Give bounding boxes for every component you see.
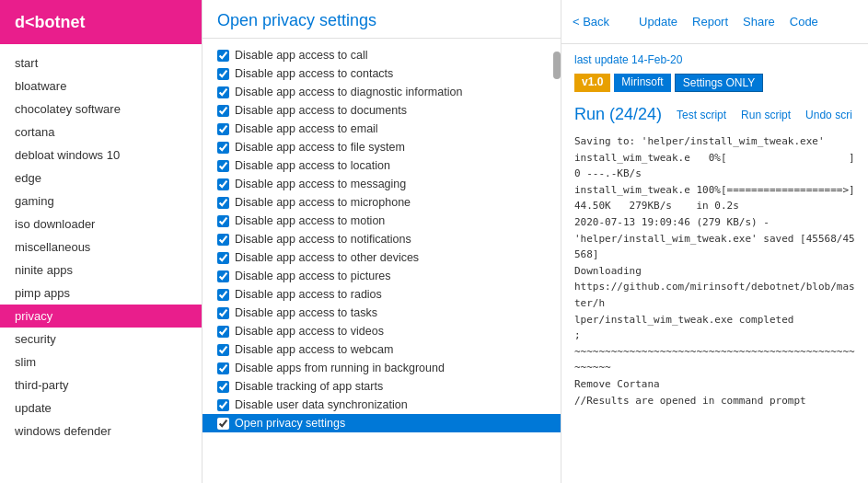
app-title: d<botnet <box>0 0 202 44</box>
sidebar: d<botnet startbloatwarechocolatey softwa… <box>0 0 203 483</box>
setting-checkbox[interactable] <box>217 381 229 393</box>
sidebar-item-edge[interactable]: edge <box>0 167 202 190</box>
setting-checkbox[interactable] <box>217 86 229 98</box>
share-link[interactable]: Share <box>743 15 775 29</box>
setting-item[interactable]: Disable app access to webcam <box>203 340 561 359</box>
report-link[interactable]: Report <box>692 15 728 29</box>
setting-item[interactable]: Disable app access to videos <box>203 322 561 340</box>
setting-item[interactable]: Disable user data synchronization <box>203 396 561 414</box>
setting-checkbox[interactable] <box>217 362 229 374</box>
setting-label: Disable app access to documents <box>235 104 407 117</box>
sidebar-item-ninite-apps[interactable]: ninite apps <box>0 259 202 282</box>
sidebar-item-security[interactable]: security <box>0 328 202 351</box>
main-panel-title: Open privacy settings <box>217 11 546 30</box>
setting-item[interactable]: Disable app access to microphone <box>203 193 561 212</box>
sidebar-item-windows-defender[interactable]: windows defender <box>0 420 202 443</box>
setting-label: Disable app access to call <box>235 49 368 62</box>
setting-item[interactable]: Disable tracking of app starts <box>203 377 561 396</box>
console-line: install_wim_tweak.e 0%[ ] <box>574 150 855 167</box>
setting-item[interactable]: Disable app access to radios <box>203 285 561 304</box>
setting-checkbox[interactable] <box>217 252 229 264</box>
console-line: //Results are opened in command prompt <box>574 393 855 409</box>
setting-checkbox[interactable] <box>217 234 229 246</box>
setting-checkbox[interactable] <box>217 399 229 411</box>
console-line: lper/install_wim_tweak.exe completed <box>574 312 855 328</box>
console-line: https://github.com/mirinsoft/debotnet/bl… <box>574 279 855 311</box>
sidebar-item-gaming[interactable]: gaming <box>0 190 202 213</box>
setting-checkbox[interactable] <box>217 142 229 154</box>
setting-label: Disable app access to videos <box>235 325 384 338</box>
nav-list: startbloatwarechocolatey softwarecortana… <box>0 44 202 483</box>
sidebar-item-pimp-apps[interactable]: pimp apps <box>0 282 202 305</box>
sidebar-item-chocolatey-software[interactable]: chocolatey software <box>0 98 202 121</box>
setting-checkbox[interactable] <box>217 418 229 430</box>
console-line: 'helper/install_wim_tweak.exe' saved [45… <box>574 231 855 263</box>
sidebar-item-start[interactable]: start <box>0 52 202 75</box>
sidebar-item-third-party[interactable]: third-party <box>0 374 202 397</box>
setting-item[interactable]: Open privacy settings <box>203 414 561 432</box>
setting-checkbox[interactable] <box>217 307 229 319</box>
console-line: Remove Cortana <box>574 376 855 393</box>
setting-item[interactable]: Disable app access to file system <box>203 138 561 156</box>
setting-checkbox[interactable] <box>217 270 229 282</box>
setting-label: Disable app access to email <box>235 122 378 135</box>
version-badge: v1.0 <box>574 74 610 92</box>
console-line: ; <box>574 328 855 344</box>
setting-item[interactable]: Disable app access to email <box>203 120 561 138</box>
setting-item[interactable]: Disable app access to other devices <box>203 248 561 267</box>
back-link[interactable]: < Back <box>573 15 609 29</box>
setting-label: Disable app access to radios <box>235 288 382 301</box>
setting-checkbox[interactable] <box>217 326 229 338</box>
sidebar-item-privacy[interactable]: privacy <box>0 305 202 328</box>
setting-checkbox[interactable] <box>217 160 229 172</box>
main-panel-header: Open privacy settings <box>203 0 561 39</box>
sidebar-item-slim[interactable]: slim <box>0 351 202 374</box>
setting-checkbox[interactable] <box>217 344 229 356</box>
setting-item[interactable]: Disable app access to contacts <box>203 64 561 83</box>
type-badge: Settings ONLY <box>675 74 763 92</box>
author-badge: Mirinsoft <box>614 74 670 92</box>
setting-item[interactable]: Disable app access to tasks <box>203 304 561 322</box>
setting-item[interactable]: Disable app access to location <box>203 156 561 175</box>
run-script-link[interactable]: Run script <box>741 109 791 121</box>
sidebar-item-cortana[interactable]: cortana <box>0 121 202 144</box>
setting-checkbox[interactable] <box>217 289 229 301</box>
setting-item[interactable]: Disable app access to notifications <box>203 230 561 248</box>
setting-item[interactable]: Disable app access to diagnostic informa… <box>203 83 561 101</box>
console-line: ~~~~~~~~~~~~~~~~~~~~~~~~~~~~~~~~~~~~~~~~… <box>574 344 855 376</box>
setting-checkbox[interactable] <box>217 68 229 80</box>
setting-label: Disable apps from running in background <box>235 362 445 374</box>
sidebar-item-bloatware[interactable]: bloatware <box>0 75 202 98</box>
setting-checkbox[interactable] <box>217 178 229 190</box>
console-area: Saving to: 'helper/install_wim_tweak.exe… <box>574 133 855 408</box>
sidebar-item-update[interactable]: update <box>0 397 202 420</box>
sidebar-item-miscellaneous[interactable]: miscellaneous <box>0 236 202 259</box>
setting-item[interactable]: Disable app access to pictures <box>203 267 561 285</box>
test-script-link[interactable]: Test script <box>677 109 726 121</box>
setting-checkbox[interactable] <box>217 50 229 62</box>
code-link[interactable]: Code <box>790 15 818 29</box>
main-panel: Open privacy settings Disable app access… <box>203 0 561 483</box>
setting-checkbox[interactable] <box>217 197 229 209</box>
setting-label: Disable app access to contacts <box>235 67 393 80</box>
setting-label: Open privacy settings <box>235 417 345 430</box>
sidebar-item-iso-downloader[interactable]: iso downloader <box>0 213 202 236</box>
setting-item[interactable]: Disable app access to motion <box>203 212 561 230</box>
setting-item[interactable]: Disable apps from running in background <box>203 359 561 377</box>
setting-label: Disable app access to microphone <box>235 196 411 209</box>
setting-checkbox[interactable] <box>217 105 229 117</box>
badges: v1.0 Mirinsoft Settings ONLY <box>574 74 855 92</box>
undo-script-link[interactable]: Undo scri <box>805 109 852 121</box>
setting-item[interactable]: Disable app access to call <box>203 46 561 64</box>
run-header: Run (24/24) Test script Run script Undo … <box>574 105 855 124</box>
setting-item[interactable]: Disable app access to documents <box>203 101 561 120</box>
console-line: 2020-07-13 19:09:46 (279 KB/s) - <box>574 214 855 231</box>
scrollbar[interactable] <box>553 52 561 79</box>
sidebar-item-debloat-windows-10[interactable]: debloat windows 10 <box>0 144 202 167</box>
setting-checkbox[interactable] <box>217 123 229 135</box>
setting-checkbox[interactable] <box>217 215 229 227</box>
setting-label: Disable app access to diagnostic informa… <box>235 86 462 98</box>
update-link[interactable]: Update <box>639 15 677 29</box>
setting-item[interactable]: Disable app access to messaging <box>203 175 561 193</box>
setting-label: Disable app access to notifications <box>235 233 411 246</box>
